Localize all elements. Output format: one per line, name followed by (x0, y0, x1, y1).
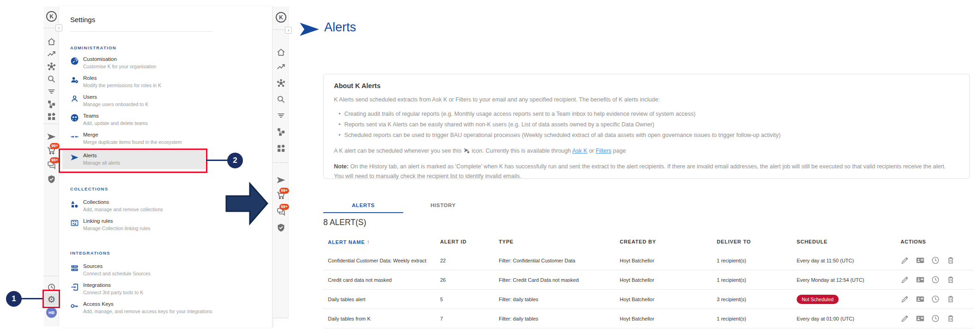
cluster-icon[interactable] (276, 78, 286, 88)
k-logo-icon[interactable]: K (276, 12, 286, 23)
edit-pencil-icon[interactable] (901, 295, 909, 303)
cell-schedule: Every day at 01:00 (UTC) (797, 316, 901, 321)
annotation-step-2-badge: 2 (227, 153, 243, 168)
bullet-item: •Creating audit trails of regular report… (339, 109, 959, 119)
schedule-clock-icon[interactable] (931, 314, 940, 323)
settings-item-customisation[interactable]: Customisation Customise K for your organ… (59, 54, 272, 73)
edit-pencil-icon[interactable] (901, 314, 909, 323)
item-desc: Customise K for your organisation (83, 64, 156, 69)
dashboard-icon[interactable] (47, 112, 56, 121)
col-deliver-to[interactable]: DELIVER TO (717, 239, 797, 244)
dashboard-icon[interactable] (276, 143, 286, 153)
col-alert-name[interactable]: ALERT NAME↑ (323, 239, 440, 245)
recipients-card-icon[interactable] (916, 275, 925, 284)
alerts-page-icon (299, 22, 320, 36)
cell-alert-id: 7 (440, 316, 499, 321)
cell-deliver-to: 3 recipient(s) (717, 297, 797, 302)
hierarchy-icon[interactable] (47, 99, 56, 109)
filter-icon[interactable] (276, 111, 286, 120)
sort-asc-icon[interactable]: ↑ (367, 239, 370, 245)
settings-item-integrations[interactable]: Integrations Connect 3rd party tools to … (59, 280, 272, 299)
cart-badge: 99+ (279, 188, 289, 194)
cell-created-by: Hoyt Batchellor (620, 316, 717, 321)
filter-icon[interactable] (47, 87, 56, 96)
home-icon[interactable] (47, 37, 56, 47)
settings-item-access-keys[interactable]: Access Keys Add, manage, and remove acce… (59, 299, 272, 318)
delete-trash-icon[interactable] (946, 256, 955, 265)
bullet-item: •Scheduled reports can be used to trigge… (339, 130, 959, 141)
settings-item-users[interactable]: Users Manage users onboarded to K (59, 92, 272, 111)
col-alert-id[interactable]: ALERT ID (440, 239, 499, 244)
cell-deliver-to: 1 recipient(s) (717, 316, 797, 321)
annotation-step-1-badge: 1 (6, 291, 22, 307)
cell-created-by: Hoyt Batchellor (620, 258, 717, 263)
shield-check-icon[interactable] (276, 223, 286, 232)
trend-icon[interactable] (276, 62, 286, 72)
bullet-icon: • (339, 132, 340, 138)
cell-alert-id: 26 (440, 277, 499, 283)
user-icon (70, 95, 79, 103)
avatar[interactable]: HB (46, 307, 57, 318)
home-icon[interactable] (276, 48, 286, 57)
edit-pencil-icon[interactable] (901, 256, 909, 265)
recipients-card-icon[interactable] (916, 314, 925, 323)
annotation-box-gear (42, 290, 60, 308)
schedule-clock-icon[interactable] (931, 275, 940, 284)
trend-icon[interactable] (47, 49, 56, 59)
key-icon (70, 302, 79, 310)
item-name: Linking rules (83, 218, 113, 224)
item-desc: Add, manage, and remove access keys for … (83, 309, 212, 314)
tab-bar: ALERTS HISTORY (323, 199, 483, 213)
tab-history[interactable]: HISTORY (403, 199, 483, 213)
search-icon[interactable] (47, 74, 56, 84)
tab-alerts[interactable]: ALERTS (323, 199, 403, 213)
col-type[interactable]: TYPE (499, 239, 620, 244)
col-created-by[interactable]: CREATED BY (620, 239, 717, 244)
edit-pencil-icon[interactable] (901, 275, 909, 284)
item-desc: Connect and schedule Sources (83, 271, 151, 276)
cell-type: Filter: daily tables (499, 316, 620, 321)
col-actions: ACTIONS (901, 239, 974, 244)
cluster-icon[interactable] (47, 62, 56, 71)
delete-trash-icon[interactable] (946, 314, 955, 323)
delete-trash-icon[interactable] (946, 295, 955, 303)
about-heading: About K Alerts (334, 82, 959, 89)
collections-icon (70, 200, 79, 208)
cell-deliver-to: 1 recipient(s) (717, 277, 797, 283)
customisation-icon (70, 57, 79, 65)
alerts-send-icon[interactable] (47, 132, 56, 142)
item-name: Roles (83, 75, 97, 81)
item-desc: Manage Collection linking rules (83, 226, 150, 231)
search-icon[interactable] (276, 95, 286, 104)
col-schedule[interactable]: SCHEDULE (797, 239, 901, 244)
k-logo-icon[interactable]: K (46, 11, 57, 22)
schedule-clock-icon[interactable] (931, 295, 940, 303)
settings-item-sources[interactable]: Sources Connect and schedule Sources (59, 262, 272, 280)
hierarchy-icon[interactable] (276, 127, 286, 137)
alerts-send-icon[interactable] (276, 175, 286, 185)
settings-item-teams[interactable]: Teams Add, update and delete teams (59, 111, 272, 130)
filters-link[interactable]: Filters (596, 148, 611, 154)
cell-actions (901, 256, 974, 265)
settings-item-merge[interactable]: Merge Merge duplicate items found in the… (59, 130, 272, 149)
note-label: Note: (334, 163, 349, 170)
cell-alert-name: Daily tables alert (323, 297, 440, 302)
shield-check-icon[interactable] (47, 174, 56, 184)
annotation-line-step1 (20, 298, 42, 299)
ask-k-link[interactable]: Ask K (572, 148, 587, 154)
recipients-card-icon[interactable] (916, 256, 925, 265)
item-name: Collections (83, 199, 109, 205)
alerts-page: Alerts About K Alerts K Alerts send sche… (289, 0, 980, 333)
cell-alert-name: Credit card data not masked (323, 277, 440, 283)
cell-type: Filter: Credit Card Data not masked (499, 277, 620, 283)
item-name: Merge (83, 132, 98, 137)
rail-divider (273, 318, 288, 318)
expand-panel-button[interactable]: › (285, 27, 292, 34)
delete-trash-icon[interactable] (946, 275, 955, 284)
settings-item-roles[interactable]: Roles Modify the permissions for roles i… (59, 73, 272, 92)
expand-panel-button[interactable]: › (55, 24, 62, 31)
schedule-clock-icon[interactable] (931, 256, 940, 265)
rail-divider (44, 124, 59, 124)
teams-icon (70, 113, 79, 122)
recipients-card-icon[interactable] (916, 295, 925, 303)
